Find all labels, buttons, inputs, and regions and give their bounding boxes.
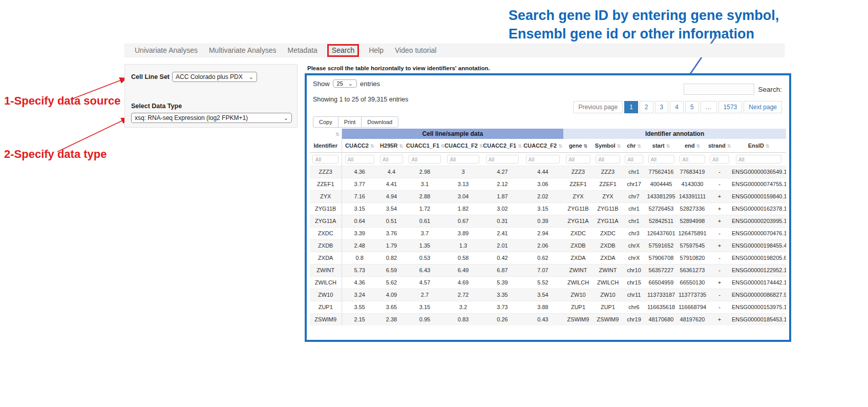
table-cell: ENSG00000122952.17 (731, 264, 786, 276)
pagination-previous-button[interactable]: Previous page (573, 101, 623, 113)
table-cell: 52726453 (645, 202, 677, 215)
table-cell: 2.94 (522, 227, 563, 239)
search-control: Search: (684, 84, 782, 95)
pagination-page-1[interactable]: 1 (624, 101, 638, 113)
sort-icon: ⇅ (666, 144, 670, 149)
column-header-chr[interactable]: chr⇅ (623, 139, 645, 152)
search-input[interactable] (684, 84, 754, 95)
table-cell: ZW10 (310, 289, 342, 301)
table-cell: ZXDA (310, 252, 342, 264)
cell-line-set-label: Cell Line Set (131, 73, 170, 80)
nav-tab-metadata[interactable]: Metadata (282, 44, 323, 57)
table-cell: 56357227 (645, 264, 677, 276)
table-cell: 48197620 (677, 313, 708, 325)
filter-input-chr[interactable] (625, 155, 643, 164)
table-container: Show 25 ⌄ entries Search: Showing 1 to 2… (305, 73, 791, 342)
column-header-cuacc2_f1[interactable]: CUACC2_F1⇅ (482, 139, 522, 152)
filter-input-end[interactable] (680, 155, 705, 164)
sort-icon: ⇅ (696, 144, 701, 149)
pagination-next-button[interactable]: Next page (744, 101, 782, 113)
table-row: ZSWIM92.152.380.950.830.260.43ZSWIM9ZSWI… (310, 313, 786, 325)
table-cell: 66504959 (645, 276, 677, 289)
column-header-start[interactable]: start⇅ (645, 139, 677, 152)
table-cell: 52842511 (645, 215, 677, 227)
identifier-sort-cell[interactable]: ⇅ (310, 129, 342, 139)
table-cell: 2.88 (406, 190, 444, 202)
filter-input-gene[interactable] (566, 155, 590, 164)
table-cell: - (708, 178, 731, 190)
table-cell: 2.06 (522, 239, 563, 252)
filter-input-identifier[interactable] (312, 155, 338, 164)
table-cell: 3.15 (342, 202, 377, 215)
filter-input-cuacc2[interactable] (345, 155, 374, 164)
pagination-page-5[interactable]: 5 (685, 101, 699, 113)
column-header-cuacc1_f1[interactable]: CUACC1_F1⇅ (406, 139, 444, 152)
table-cell: 3 (444, 166, 482, 178)
print-button[interactable]: Print (338, 116, 362, 128)
nav-tab-search[interactable]: Search (327, 44, 359, 57)
table-cell: ENSG00000174442.12 (731, 276, 786, 289)
column-header-ensid[interactable]: EnsID⇅ (731, 139, 786, 152)
column-header-strand[interactable]: strand⇅ (708, 139, 731, 152)
nav-tab-video-tutorial[interactable]: Video tutorial (389, 44, 442, 57)
pagination-ellipsis[interactable]: … (701, 101, 717, 113)
table-cell: 3.24 (342, 289, 377, 301)
table-cell: 0.64 (342, 215, 377, 227)
column-header-cuacc2[interactable]: CUACC2⇅ (342, 139, 377, 152)
nav-tab-help[interactable]: Help (363, 44, 389, 57)
filter-input-cuacc1_f2[interactable] (447, 155, 479, 164)
table-cell: - (708, 289, 731, 301)
download-button[interactable]: Download (361, 116, 398, 128)
filter-input-h295r[interactable] (380, 155, 403, 164)
column-label: Symbol (595, 143, 616, 149)
table-row: ZZEF13.774.413.13.132.123.06ZZEF1ZZEF1ch… (310, 178, 786, 190)
pagination-page-1573[interactable]: 1573 (718, 101, 743, 113)
table-cell: 0.82 (377, 252, 406, 264)
table-cell: ZW10 (593, 289, 623, 301)
chevron-down-icon: ⌄ (249, 75, 253, 79)
table-cell: + (708, 190, 731, 202)
column-header-cuacc1_f2[interactable]: CUACC1_F2⇅ (444, 139, 482, 152)
table-cell: ENSG00000074755.15 (731, 178, 786, 190)
nav-tab-univariate-analyses[interactable]: Univariate Analyses (129, 44, 203, 57)
table-cell: 3.06 (522, 178, 563, 190)
column-header-symbol[interactable]: Symbol⇅ (593, 139, 623, 152)
table-row: ZYG11B3.153.541.721.823.023.15ZYG11BZYG1… (310, 202, 786, 215)
table-cell: 0.43 (522, 313, 563, 325)
pagination-page-4[interactable]: 4 (670, 101, 684, 113)
table-cell: chr15 (623, 276, 645, 289)
column-label: EnsID (748, 143, 764, 149)
copy-button[interactable]: Copy (313, 116, 338, 128)
table-cell: - (708, 264, 731, 276)
red-annotation-data-type: 2-Specify data type (4, 148, 107, 161)
pagination-page-3[interactable]: 3 (655, 101, 669, 113)
cell-line-set-select[interactable]: ACC Colorado plus PDX ⌄ (172, 72, 257, 82)
table-cell: ENSG00000198455.4 (731, 239, 786, 252)
sort-icon: ⇅ (370, 144, 374, 149)
column-header-identifier[interactable]: Identifier (310, 139, 342, 152)
filter-input-symbol[interactable] (596, 155, 620, 164)
table-cell: ZZZ3 (310, 166, 342, 178)
column-header-cuacc2_f2[interactable]: CUACC2_F2⇅ (522, 139, 563, 152)
column-header-end[interactable]: end⇅ (677, 139, 708, 152)
filter-input-cuacc1_f1[interactable] (409, 155, 440, 164)
data-type-value: xsq: RNA-seq Expression (log2 FPKM+1) (135, 114, 248, 121)
column-header-h295r[interactable]: H295R⇅ (377, 139, 406, 152)
table-cell: 57597545 (677, 239, 708, 252)
table-cell: ZWINT (563, 264, 593, 276)
pagination-page-2[interactable]: 2 (640, 101, 653, 113)
group-header-sample-data: Cell line/sample data (342, 129, 563, 139)
column-header-gene[interactable]: gene⇅ (563, 139, 593, 152)
filter-input-strand[interactable] (710, 155, 729, 164)
filter-input-start[interactable] (648, 155, 674, 164)
table-cell: chrX (623, 252, 645, 264)
control-panel: Cell Line Set ACC Colorado plus PDX ⌄ Se… (124, 64, 298, 128)
nav-tab-multivariate-analyses[interactable]: Multivariate Analyses (203, 44, 282, 57)
data-type-select[interactable]: xsq: RNA-seq Expression (log2 FPKM+1) ⌄ (131, 113, 292, 123)
filter-input-cuacc2_f2[interactable] (526, 155, 560, 164)
page-length-select[interactable]: 25 ⌄ (333, 79, 357, 88)
table-cell: ZYX (593, 190, 623, 202)
filter-input-ensid[interactable] (736, 155, 781, 164)
table-cell: - (708, 227, 731, 239)
filter-input-cuacc2_f1[interactable] (486, 155, 519, 164)
